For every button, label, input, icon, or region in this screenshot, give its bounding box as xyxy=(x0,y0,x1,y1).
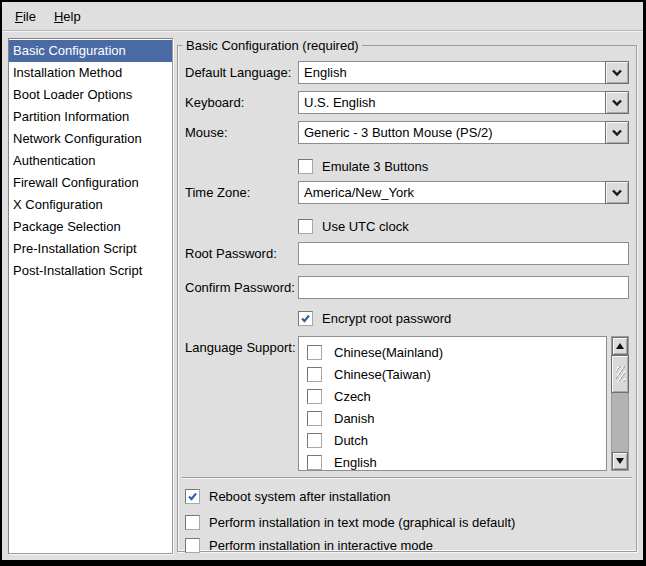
language-option-czech[interactable]: Czech xyxy=(299,385,606,407)
language-checkbox[interactable] xyxy=(307,411,322,426)
language-option-chinese-mainland[interactable]: Chinese(Mainland) xyxy=(299,341,606,363)
reboot-after-install-label: Reboot system after installation xyxy=(209,489,390,504)
menu-file-rest: ile xyxy=(23,9,36,24)
sidebar-item-authentication[interactable]: Authentication xyxy=(9,150,172,172)
language-support-list[interactable]: Chinese(Mainland) Chinese(Taiwan) Czech xyxy=(298,336,607,471)
mouse-combo[interactable]: Generic - 3 Button Mouse (PS/2) xyxy=(298,121,629,144)
language-support-label: Language Support: xyxy=(185,336,298,355)
root-password-row: Root Password: xyxy=(185,242,629,265)
time-zone-dropdown-button[interactable] xyxy=(605,181,629,204)
use-utc-clock-label: Use UTC clock xyxy=(322,219,409,234)
time-zone-row: Time Zone: America/New_York xyxy=(185,181,629,204)
language-option-english[interactable]: English xyxy=(299,451,606,471)
triangle-down-icon xyxy=(616,458,624,464)
scroll-down-button[interactable] xyxy=(612,452,628,470)
interactive-mode-checkbox[interactable] xyxy=(185,538,200,553)
confirm-password-field[interactable] xyxy=(298,276,629,299)
language-support-row: Language Support: Chinese(Mainland) Chin… xyxy=(185,336,629,471)
sidebar-item-boot-loader-options[interactable]: Boot Loader Options xyxy=(9,84,172,106)
text-mode-checkbox[interactable] xyxy=(185,515,200,530)
encrypt-root-password-checkbox-row[interactable]: Encrypt root password xyxy=(298,311,629,326)
language-checkbox[interactable] xyxy=(307,345,322,360)
menu-help-rest: elp xyxy=(63,9,80,24)
scrollbar-thumb[interactable] xyxy=(611,355,629,393)
language-checkbox[interactable] xyxy=(307,389,322,404)
language-label: Chinese(Mainland) xyxy=(334,345,443,360)
root-password-field[interactable] xyxy=(298,242,629,265)
kickstart-configurator-window: File Help Basic Configuration Installati… xyxy=(0,0,646,566)
keyboard-value[interactable]: U.S. English xyxy=(298,91,605,114)
frame-title: Basic Configuration (required) xyxy=(183,38,362,53)
mouse-row: Mouse: Generic - 3 Button Mouse (PS/2) xyxy=(185,121,629,144)
keyboard-combo[interactable]: U.S. English xyxy=(298,91,629,114)
triangle-up-icon xyxy=(616,343,624,349)
sidebar-item-basic-configuration[interactable]: Basic Configuration xyxy=(9,40,172,62)
mouse-value[interactable]: Generic - 3 Button Mouse (PS/2) xyxy=(298,121,605,144)
interactive-mode-checkbox-row[interactable]: Perform installation in interactive mode xyxy=(185,538,629,553)
menu-file-accel: F xyxy=(15,9,23,24)
sidebar-item-pre-installation-script[interactable]: Pre-Installation Script xyxy=(9,238,172,260)
encrypt-root-password-label: Encrypt root password xyxy=(322,311,451,326)
root-password-label: Root Password: xyxy=(185,246,298,261)
main-area: Basic Configuration Installation Method … xyxy=(2,31,643,560)
language-option-chinese-taiwan[interactable]: Chinese(Taiwan) xyxy=(299,363,606,385)
language-label: Danish xyxy=(334,411,374,426)
default-language-label: Default Language: xyxy=(185,65,298,80)
emulate-3-buttons-label: Emulate 3 Buttons xyxy=(322,159,428,174)
language-label: Dutch xyxy=(334,433,368,448)
sidebar-item-firewall-configuration[interactable]: Firewall Configuration xyxy=(9,172,172,194)
default-language-value[interactable]: English xyxy=(298,61,605,84)
language-option-danish[interactable]: Danish xyxy=(299,407,606,429)
reboot-after-install-checkbox-row[interactable]: Reboot system after installation xyxy=(185,489,629,504)
time-zone-value[interactable]: America/New_York xyxy=(298,181,605,204)
sidebar-item-x-configuration[interactable]: X Configuration xyxy=(9,194,172,216)
basic-configuration-frame: Basic Configuration (required) Default L… xyxy=(177,38,637,552)
sidebar-item-network-configuration[interactable]: Network Configuration xyxy=(9,128,172,150)
language-checkbox[interactable] xyxy=(307,433,322,448)
default-language-dropdown-button[interactable] xyxy=(605,61,629,84)
text-mode-checkbox-row[interactable]: Perform installation in text mode (graph… xyxy=(185,515,629,530)
emulate-3-buttons-checkbox[interactable] xyxy=(298,159,313,174)
scroll-up-button[interactable] xyxy=(612,337,628,355)
keyboard-label: Keyboard: xyxy=(185,95,298,110)
language-checkbox[interactable] xyxy=(307,455,322,470)
use-utc-clock-checkbox[interactable] xyxy=(298,219,313,234)
default-language-combo[interactable]: English xyxy=(298,61,629,84)
encrypt-root-password-checkbox[interactable] xyxy=(298,311,313,326)
text-mode-label: Perform installation in text mode (graph… xyxy=(209,515,515,530)
keyboard-row: Keyboard: U.S. English xyxy=(185,91,629,114)
use-utc-clock-checkbox-row[interactable]: Use UTC clock xyxy=(298,219,629,234)
chevron-down-icon xyxy=(611,125,623,140)
check-icon xyxy=(187,491,198,502)
confirm-password-label: Confirm Password: xyxy=(185,280,298,295)
language-list-scrollbar[interactable] xyxy=(611,336,629,471)
scrollbar-grip-icon xyxy=(616,366,625,382)
chevron-down-icon xyxy=(611,65,623,80)
time-zone-combo[interactable]: America/New_York xyxy=(298,181,629,204)
language-support-area: Chinese(Mainland) Chinese(Taiwan) Czech xyxy=(298,336,629,471)
time-zone-label: Time Zone: xyxy=(185,185,298,200)
section-list: Basic Configuration Installation Method … xyxy=(8,38,173,554)
language-label: Chinese(Taiwan) xyxy=(334,367,431,382)
chevron-down-icon xyxy=(611,95,623,110)
language-label: English xyxy=(334,455,377,470)
scrollbar-trough[interactable] xyxy=(612,355,628,452)
interactive-mode-label: Perform installation in interactive mode xyxy=(209,538,433,553)
sidebar-item-installation-method[interactable]: Installation Method xyxy=(9,62,172,84)
keyboard-dropdown-button[interactable] xyxy=(605,91,629,114)
menu-file[interactable]: File xyxy=(6,5,45,28)
language-checkbox[interactable] xyxy=(307,367,322,382)
language-label: Czech xyxy=(334,389,371,404)
reboot-after-install-checkbox[interactable] xyxy=(185,489,200,504)
menu-help-accel: H xyxy=(54,9,63,24)
sidebar-item-post-installation-script[interactable]: Post-Installation Script xyxy=(9,260,172,282)
emulate-3-buttons-checkbox-row[interactable]: Emulate 3 Buttons xyxy=(298,159,629,174)
menu-help[interactable]: Help xyxy=(45,5,90,28)
language-option-dutch[interactable]: Dutch xyxy=(299,429,606,451)
chevron-down-icon xyxy=(611,185,623,200)
sidebar-item-partition-information[interactable]: Partition Information xyxy=(9,106,172,128)
separator xyxy=(182,477,632,479)
mouse-dropdown-button[interactable] xyxy=(605,121,629,144)
sidebar-item-package-selection[interactable]: Package Selection xyxy=(9,216,172,238)
menubar: File Help xyxy=(2,2,643,31)
